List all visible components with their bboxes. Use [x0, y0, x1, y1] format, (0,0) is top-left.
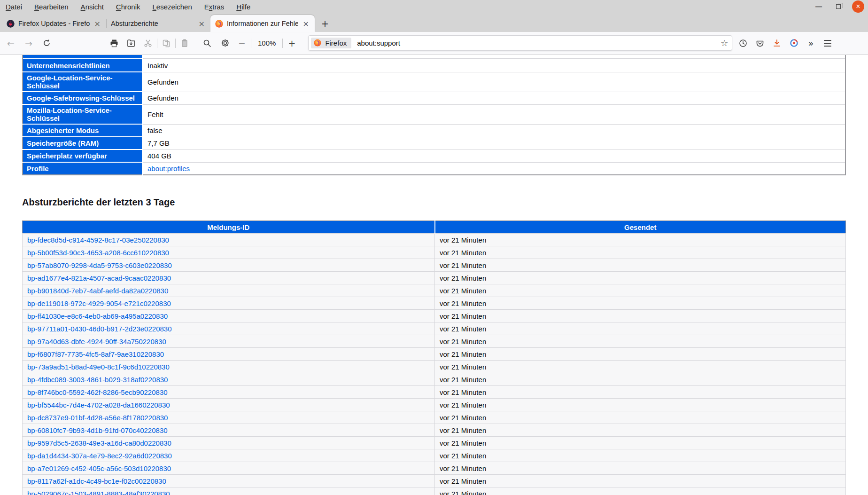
menu-ansicht[interactable]: Ansicht	[81, 3, 104, 11]
page-content: UnternehmensrichtlinienInaktivGoogle-Loc…	[0, 55, 868, 495]
new-tab-button[interactable]: +	[315, 15, 335, 32]
zoom-out-button[interactable]: −	[236, 37, 248, 49]
zoom-in-button[interactable]: +	[286, 37, 298, 49]
crash-report-link[interactable]: bp-60810fc7-9b93-4d1b-91fd-070c40220830	[27, 426, 168, 434]
settings-gear-icon[interactable]	[219, 37, 231, 49]
crash-report-link[interactable]: bp-b901840d-7eb7-4abf-aefd-da82a0220830	[27, 287, 168, 295]
search-icon[interactable]	[201, 37, 213, 49]
crash-report-link[interactable]: bp-a7e01269-c452-405c-a56c-503d10220830	[27, 464, 171, 472]
overflow-chevrons-icon[interactable]: »	[805, 37, 817, 49]
crash-report-sent-cell: vor 21 Minuten	[435, 399, 846, 411]
crash-report-link[interactable]: bp-8117a62f-a1dc-4c49-bc1e-f02c00220830	[27, 477, 166, 485]
crash-report-sent-cell: vor 21 Minuten	[435, 462, 846, 475]
crash-report-link[interactable]: bp-5b00f53d-90c3-4653-a208-6cc610220830	[27, 249, 169, 257]
crash-report-link[interactable]: bp-73a9ad51-b8ad-49e0-8c1f-9c6d10220830	[27, 363, 170, 371]
crash-report-link[interactable]: bp-dc8737e9-01bf-4d28-a56e-8f1780220830	[27, 414, 168, 422]
forward-button[interactable]: →	[23, 37, 35, 49]
menu-lesezeichen[interactable]: Lesezeichen	[153, 3, 192, 11]
navigation-toolbar: ← →	[0, 32, 868, 55]
column-header-gesendet: Gesendet	[435, 221, 846, 234]
support-row: Google-Location-Service-SchlüsselGefunde…	[23, 72, 845, 92]
crash-report-row: bp-4fdbc089-3003-4861-b029-318af0220830v…	[23, 373, 846, 386]
crash-report-sent-cell: vor 21 Minuten	[435, 487, 846, 495]
crash-report-link[interactable]: bp-bf5544bc-7d4e-4702-a028-da1660220830	[27, 401, 170, 409]
tab-close-icon[interactable]: ×	[93, 19, 101, 28]
cut-icon[interactable]	[142, 37, 154, 49]
support-table-body: UnternehmensrichtlinienInaktivGoogle-Loc…	[23, 59, 845, 175]
zoom-level[interactable]: 100%	[254, 39, 279, 47]
crash-report-row: bp-60810fc7-9b93-4d1b-91fd-070c40220830v…	[23, 424, 846, 437]
crash-report-row: bp-ad1677e4-821a-4507-acad-9caac0220830v…	[23, 272, 846, 284]
tab-absturzberichte[interactable]: Absturzberichte ×	[106, 15, 210, 32]
url-input[interactable]: about:support	[357, 39, 721, 47]
tab-close-icon[interactable]: ×	[198, 19, 206, 28]
menu-extras[interactable]: Extras	[204, 3, 225, 11]
profiles-link[interactable]: about:profiles	[147, 165, 190, 173]
crash-report-row: bp-8f746bc0-5592-462f-8286-5ecb90220830v…	[23, 386, 846, 399]
paste-icon[interactable]	[178, 37, 191, 49]
crash-report-row: bp-97a40d63-dbfe-4924-90ff-34a750220830v…	[23, 335, 846, 348]
app-menu-hamburger-icon[interactable]	[822, 37, 834, 49]
crash-report-id-cell: bp-5029067c-1503-4891-8883-48af30220830	[23, 487, 435, 495]
crash-report-id-cell: bp-73a9ad51-b8ad-49e0-8c1f-9c6d10220830	[23, 361, 435, 373]
reload-icon[interactable]	[40, 37, 53, 49]
menu-datei[interactable]: Datei	[6, 3, 22, 11]
crash-report-sent-cell: vor 21 Minuten	[435, 272, 846, 284]
crash-report-sent-cell: vor 21 Minuten	[435, 386, 846, 399]
menu-bearbeiten[interactable]: Bearbeiten	[34, 3, 69, 11]
crash-report-link[interactable]: bp-97711a01-0430-46d0-b917-2d23e0220830	[27, 325, 172, 333]
print-icon[interactable]	[108, 37, 120, 49]
support-row: UnternehmensrichtlinienInaktiv	[23, 59, 845, 72]
crash-reports-heading: Absturzberichte der letzten 3 Tage	[22, 197, 846, 208]
support-row-label: Unternehmensrichtlinien	[23, 59, 142, 72]
crash-report-row: bp-b901840d-7eb7-4abf-aefd-da82a0220830v…	[23, 284, 846, 297]
menu-chronik[interactable]: Chronik	[116, 3, 140, 11]
crash-report-link[interactable]: bp-5029067c-1503-4891-8883-48af30220830	[27, 490, 170, 495]
crash-report-sent-cell: vor 21 Minuten	[435, 310, 846, 322]
crash-report-link[interactable]: bp-57ab8070-9298-4da5-9753-c603e0220830	[27, 261, 172, 269]
tab-informationen-zur-fehlerbehebung[interactable]: Informationen zur Fehler ×	[210, 15, 315, 32]
crash-report-row: bp-bf5544bc-7d4e-4702-a028-da1660220830v…	[23, 399, 846, 411]
support-row-value: Gefunden	[142, 72, 845, 92]
copy-icon[interactable]	[160, 37, 172, 49]
crash-report-link[interactable]: bp-ad1677e4-821a-4507-acad-9caac0220830	[27, 274, 171, 282]
pocket-icon[interactable]	[754, 37, 766, 49]
support-row-label: Speicherplatz verfügbar	[23, 149, 142, 162]
bookmark-star-icon[interactable]: ☆	[721, 38, 728, 48]
tab-title: Absturzberichte	[111, 20, 194, 27]
tab-bar: Firefox Updates - Firefox × Absturzberic…	[0, 13, 868, 32]
tab-title: Firefox Updates - Firefox	[18, 20, 90, 27]
url-bar[interactable]: Firefox about:support ☆	[308, 35, 732, 51]
flame-icon	[7, 20, 15, 28]
tab-firefox-updates[interactable]: Firefox Updates - Firefox ×	[2, 15, 106, 32]
crash-report-row: bp-9597d5c5-2638-49e3-a16d-ca80d0220830v…	[23, 437, 846, 449]
close-window-button[interactable]: ×	[852, 0, 864, 13]
crash-report-sent-cell: vor 21 Minuten	[435, 322, 846, 335]
downloads-icon[interactable]	[771, 37, 783, 49]
crash-report-link[interactable]: bp-ff41030e-e8c6-4eb0-ab69-a495a0220830	[27, 312, 168, 320]
crash-report-sent-cell: vor 21 Minuten	[435, 284, 846, 297]
crash-report-id-cell: bp-4fdbc089-3003-4861-b029-318af0220830	[23, 373, 435, 386]
crash-report-link[interactable]: bp-de119018-972c-4929-9054-e721c0220830	[27, 299, 171, 307]
crash-report-link[interactable]: bp-da1d4434-307a-4e79-8ec2-92a6d0220830	[27, 452, 172, 460]
extension-donut-icon[interactable]	[788, 37, 800, 49]
crash-report-link[interactable]: bp-97a40d63-dbfe-4924-90ff-34a750220830	[27, 338, 166, 346]
crash-report-row: bp-de119018-972c-4929-9054-e721c0220830v…	[23, 297, 846, 310]
crash-report-link[interactable]: bp-f6807f87-7735-4fc5-8af7-9ae310220830	[27, 350, 164, 358]
tab-close-icon[interactable]: ×	[302, 19, 310, 28]
save-page-icon[interactable]	[125, 37, 137, 49]
restore-button[interactable]	[832, 0, 845, 13]
support-row: Google-Safebrowsing-SchlüsselGefunden	[23, 92, 845, 104]
history-clock-icon[interactable]	[737, 37, 749, 49]
support-row: Speichergröße (RAM)7,7 GB	[23, 137, 845, 149]
crash-report-id-cell: bp-57ab8070-9298-4da5-9753-c603e0220830	[23, 259, 435, 272]
crash-report-link[interactable]: bp-4fdbc089-3003-4861-b029-318af0220830	[27, 376, 168, 384]
back-button[interactable]: ←	[5, 37, 17, 49]
menu-hilfe[interactable]: Hilfe	[236, 3, 250, 11]
crash-report-link[interactable]: bp-fdec8d5d-c914-4592-8c17-03e250220830	[27, 236, 169, 244]
support-row: Profileabout:profiles	[23, 162, 845, 175]
crash-report-link[interactable]: bp-9597d5c5-2638-49e3-a16d-ca80d0220830	[27, 439, 171, 447]
crash-report-link[interactable]: bp-8f746bc0-5592-462f-8286-5ecb90220830	[27, 388, 168, 396]
minimize-button[interactable]: —	[813, 0, 825, 13]
support-row-value: 404 GB	[142, 149, 845, 162]
